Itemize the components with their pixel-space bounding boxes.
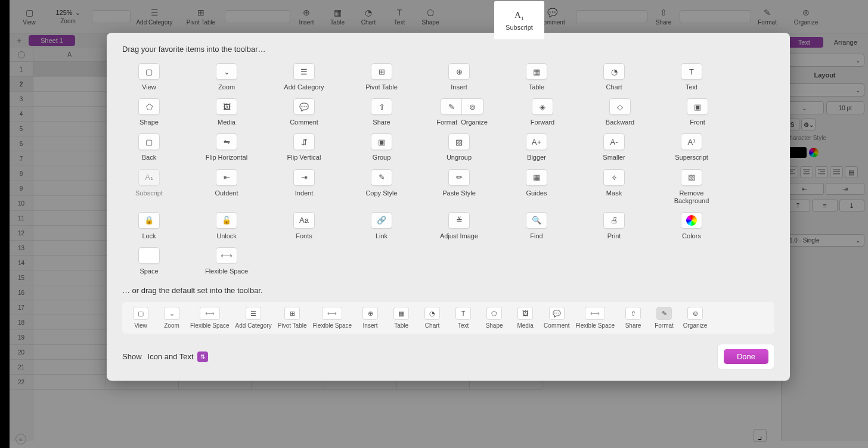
def-pivot: ⊞Pivot Table	[278, 307, 307, 329]
def-comment: 💬Comment	[544, 307, 569, 329]
def-organize: ⊚Organize	[683, 307, 708, 329]
show-mode-value: Icon and Text	[148, 352, 194, 361]
pal-zoom[interactable]: ⌄Zoom	[200, 63, 253, 91]
def-add-category: ☰Add Category	[235, 307, 272, 329]
media-icon: 🖼	[517, 307, 533, 320]
pal-outdent[interactable]: ⇤Outdent	[200, 169, 253, 205]
customize-toolbar-sheet: Drag your favorite items into the toolba…	[107, 33, 790, 381]
pal-guides[interactable]: ▦Guides	[510, 169, 563, 205]
remove-bg-icon: ▧	[681, 169, 702, 186]
flexible-space-icon	[200, 307, 220, 320]
pal-format-organize[interactable]: ✎⊚Format Organize	[432, 98, 492, 126]
def-flex1: Flexible Space	[190, 307, 230, 329]
list-icon: ☰	[246, 307, 261, 320]
pal-mask[interactable]: ⟡Mask	[587, 169, 641, 205]
back-icon: ▢	[138, 133, 160, 150]
find-icon: 🔍	[526, 212, 547, 229]
guides-icon: ▦	[526, 169, 547, 186]
subscript-label: Subscript	[506, 24, 533, 31]
group-icon: ▣	[371, 133, 392, 150]
pal-print[interactable]: 🖨Print	[587, 212, 641, 240]
chart-icon: ◔	[424, 307, 440, 320]
organize-icon: ⊚	[687, 307, 703, 320]
pal-backward[interactable]: ◇Backward	[593, 98, 647, 126]
pal-adjust-image[interactable]: ≚Adjust Image	[432, 212, 486, 240]
customize-footer: Show Icon and Text ⇅ Done	[122, 344, 774, 369]
pal-indent[interactable]: ⇥Indent	[277, 169, 331, 205]
pal-superscript[interactable]: A¹Superscript	[665, 133, 718, 161]
pal-forward[interactable]: ◈Forward	[516, 98, 569, 126]
pal-space[interactable]: Space	[122, 247, 176, 275]
list-icon: ☰	[293, 63, 315, 80]
pal-colors[interactable]: Colors	[665, 212, 718, 240]
pal-flexible-space[interactable]: Flexible Space	[200, 247, 253, 275]
pal-add-category[interactable]: ☰Add Category	[277, 63, 331, 91]
shape-icon: ⬠	[486, 307, 502, 320]
pal-lock[interactable]: 🔒Lock	[122, 212, 176, 240]
pal-table[interactable]: ▦Table	[510, 63, 563, 91]
smaller-icon: A-	[603, 133, 625, 150]
adjust-icon: ≚	[448, 212, 470, 229]
pal-paste-style[interactable]: ✏Paste Style	[432, 169, 486, 205]
pal-flip-h[interactable]: ⇋Flip Horizontal	[200, 133, 253, 161]
pal-pivot-table[interactable]: ⊞Pivot Table	[355, 63, 408, 91]
toolbar-subscript-highlight[interactable]: A1 Subscript	[494, 1, 544, 39]
shape-icon: ⬠	[138, 98, 160, 115]
def-share: ⇧Share	[621, 307, 646, 329]
flexible-space-icon	[322, 307, 342, 320]
zoom-icon: ⌄	[216, 63, 237, 80]
insert-icon: ⊕	[448, 63, 470, 80]
def-media: 🖼Media	[513, 307, 538, 329]
pal-chart[interactable]: ◔Chart	[587, 63, 641, 91]
def-chart: ◔Chart	[420, 307, 445, 329]
pal-link[interactable]: 🔗Link	[355, 212, 408, 240]
pal-insert[interactable]: ⊕Insert	[432, 63, 486, 91]
table-icon: ▦	[526, 63, 547, 80]
def-table: ▦Table	[389, 307, 414, 329]
pal-back[interactable]: ▢Back	[122, 133, 176, 161]
default-toolbar-set[interactable]: ▢View ⌄Zoom Flexible Space ☰Add Category…	[122, 302, 774, 334]
flexible-space-icon	[216, 247, 237, 264]
organize-icon: ⊚	[462, 99, 483, 114]
pivot-icon: ⊞	[284, 307, 300, 320]
paste-style-icon: ✏	[448, 169, 470, 186]
pal-share[interactable]: ⇧Share	[355, 98, 408, 126]
done-button[interactable]: Done	[724, 349, 768, 364]
pal-bigger[interactable]: A+Bigger	[510, 133, 563, 161]
show-mode-dropdown[interactable]: Icon and Text ⇅	[148, 351, 208, 362]
share-icon: ⇧	[625, 307, 641, 320]
pal-copy-style[interactable]: ✎Copy Style	[355, 169, 408, 205]
pal-text[interactable]: TText	[665, 63, 718, 91]
copy-style-icon: ✎	[371, 169, 392, 186]
pal-view[interactable]: ▢View	[122, 63, 176, 91]
pal-media[interactable]: 🖼Media	[200, 98, 253, 126]
sidebar-icon: ▢	[138, 63, 160, 80]
pal-subscript[interactable]: A₁Subscript	[122, 169, 176, 205]
pal-front[interactable]: ▣Front	[671, 98, 724, 126]
app-window: ▢ View 125%⌄ Zoom ☰ Add Category ⊞ Pivot…	[10, 0, 868, 448]
pal-group[interactable]: ▣Group	[355, 133, 408, 161]
colors-icon	[681, 212, 702, 229]
pal-shape[interactable]: ⬠Shape	[122, 98, 176, 126]
comment-icon: 💬	[549, 307, 565, 320]
lock-icon: 🔒	[138, 212, 160, 229]
pal-flip-v[interactable]: ⇵Flip Vertical	[277, 133, 331, 161]
pal-remove-bg[interactable]: ▧Remove Background	[665, 169, 718, 205]
share-icon: ⇧	[371, 98, 392, 115]
print-icon: 🖨	[603, 212, 625, 229]
superscript-icon: A¹	[681, 133, 702, 150]
pal-unlock[interactable]: 🔓Unlock	[200, 212, 253, 240]
chart-icon: ◔	[603, 63, 625, 80]
def-text: TText	[451, 307, 476, 329]
front-icon: ▣	[687, 98, 708, 115]
pal-fonts[interactable]: AaFonts	[277, 212, 331, 240]
pal-smaller[interactable]: A-Smaller	[587, 133, 641, 161]
subscript-icon: A₁	[138, 169, 160, 186]
brush-icon: ✎	[656, 307, 672, 320]
forward-icon: ◈	[532, 98, 553, 115]
pal-ungroup[interactable]: ▨Ungroup	[432, 133, 486, 161]
table-icon: ▦	[393, 307, 409, 320]
done-button-container: Done	[718, 344, 774, 369]
pal-comment[interactable]: 💬Comment	[277, 98, 331, 126]
pal-find[interactable]: 🔍Find	[510, 212, 563, 240]
